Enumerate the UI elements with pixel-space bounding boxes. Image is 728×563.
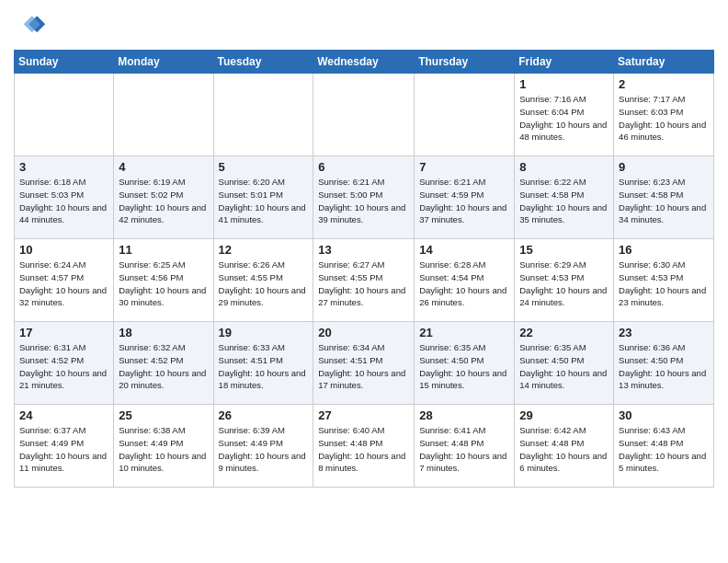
calendar-row-1: 3 Sunrise: 6:18 AM Sunset: 5:03 PM Dayli… [15,156,714,239]
sunset-label: Sunset: 6:03 PM [619,107,683,117]
daylight-label: Daylight: 10 hours and 30 minutes. [119,285,206,308]
day-number: 21 [419,326,509,339]
weekday-header-friday: Friday [515,51,614,74]
sunrise-label: Sunrise: 6:36 AM [619,342,685,352]
daylight-label: Daylight: 10 hours and 15 minutes. [419,368,506,391]
sunset-label: Sunset: 4:52 PM [19,355,84,365]
sunrise-label: Sunrise: 6:42 AM [519,425,586,435]
day-number: 6 [318,160,409,174]
day-number: 2 [619,77,709,91]
sunrise-label: Sunrise: 6:34 AM [318,342,384,352]
day-number: 20 [318,326,409,339]
day-number: 3 [19,160,108,174]
sunrise-label: Sunrise: 6:31 AM [19,342,85,352]
daylight-label: Daylight: 10 hours and 18 minutes. [219,368,306,391]
sunrise-label: Sunrise: 6:37 AM [19,425,85,435]
day-info: Sunrise: 6:23 AM Sunset: 4:58 PM Dayligh… [619,176,709,226]
day-info: Sunrise: 6:20 AM Sunset: 5:01 PM Dayligh… [219,176,309,226]
daylight-label: Daylight: 10 hours and 34 minutes. [619,202,706,225]
daylight-label: Daylight: 10 hours and 7 minutes. [419,451,506,474]
calendar-cell [415,74,515,156]
sunset-label: Sunset: 4:50 PM [619,355,683,365]
sunset-label: Sunset: 4:59 PM [419,190,483,200]
sunset-label: Sunset: 4:51 PM [219,355,283,365]
daylight-label: Daylight: 10 hours and 10 minutes. [119,451,206,474]
day-info: Sunrise: 6:40 AM Sunset: 4:48 PM Dayligh… [318,424,409,475]
calendar-cell: 30 Sunrise: 6:43 AM Sunset: 4:48 PM Dayl… [614,405,714,488]
sunrise-label: Sunrise: 6:28 AM [419,259,485,270]
day-info: Sunrise: 6:42 AM Sunset: 4:48 PM Dayligh… [519,424,609,475]
sunset-label: Sunset: 4:55 PM [219,272,283,282]
sunset-label: Sunset: 4:48 PM [318,438,382,448]
calendar-row-4: 24 Sunrise: 6:37 AM Sunset: 4:49 PM Dayl… [15,405,714,488]
calendar-cell: 22 Sunrise: 6:35 AM Sunset: 4:50 PM Dayl… [515,322,614,405]
calendar-cell: 17 Sunrise: 6:31 AM Sunset: 4:52 PM Dayl… [15,322,114,405]
calendar-cell: 10 Sunrise: 6:24 AM Sunset: 4:57 PM Dayl… [15,239,114,322]
daylight-label: Daylight: 10 hours and 39 minutes. [318,202,405,225]
daylight-label: Daylight: 10 hours and 14 minutes. [519,368,607,391]
day-number: 23 [619,326,709,339]
day-info: Sunrise: 6:36 AM Sunset: 4:50 PM Dayligh… [619,341,709,392]
calendar-cell: 19 Sunrise: 6:33 AM Sunset: 4:51 PM Dayl… [213,322,313,405]
day-info: Sunrise: 6:39 AM Sunset: 4:49 PM Dayligh… [219,424,309,475]
daylight-label: Daylight: 10 hours and 9 minutes. [219,451,306,474]
day-number: 24 [19,408,108,422]
calendar-cell: 7 Sunrise: 6:21 AM Sunset: 4:59 PM Dayli… [415,156,515,239]
sunset-label: Sunset: 4:49 PM [219,438,283,448]
daylight-label: Daylight: 10 hours and 8 minutes. [318,451,405,474]
day-number: 4 [119,160,208,174]
daylight-label: Daylight: 10 hours and 37 minutes. [419,202,506,225]
calendar-cell: 11 Sunrise: 6:25 AM Sunset: 4:56 PM Dayl… [114,239,213,322]
sunrise-label: Sunrise: 6:24 AM [19,259,85,270]
sunrise-label: Sunrise: 6:19 AM [119,177,185,187]
daylight-label: Daylight: 10 hours and 44 minutes. [19,202,107,225]
day-number: 10 [19,243,108,257]
daylight-label: Daylight: 10 hours and 46 minutes. [619,120,706,143]
daylight-label: Daylight: 10 hours and 11 minutes. [19,451,107,474]
weekday-header-tuesday: Tuesday [213,51,313,74]
sunset-label: Sunset: 5:01 PM [219,190,283,200]
calendar-cell: 4 Sunrise: 6:19 AM Sunset: 5:02 PM Dayli… [114,156,213,239]
sunset-label: Sunset: 4:49 PM [119,438,183,448]
calendar-cell [114,74,213,156]
daylight-label: Daylight: 10 hours and 26 minutes. [419,285,506,308]
day-info: Sunrise: 7:17 AM Sunset: 6:03 PM Dayligh… [619,93,709,144]
day-info: Sunrise: 6:30 AM Sunset: 4:53 PM Dayligh… [619,259,709,309]
daylight-label: Daylight: 10 hours and 24 minutes. [519,285,607,308]
daylight-label: Daylight: 10 hours and 48 minutes. [519,120,607,143]
calendar-row-0: 1 Sunrise: 7:16 AM Sunset: 6:04 PM Dayli… [15,74,714,156]
day-number: 22 [519,326,609,339]
calendar-cell: 14 Sunrise: 6:28 AM Sunset: 4:54 PM Dayl… [415,239,515,322]
day-number: 13 [318,243,409,257]
daylight-label: Daylight: 10 hours and 42 minutes. [119,202,206,225]
calendar-cell: 3 Sunrise: 6:18 AM Sunset: 5:03 PM Dayli… [15,156,114,239]
sunset-label: Sunset: 4:51 PM [318,355,382,365]
day-info: Sunrise: 6:35 AM Sunset: 4:50 PM Dayligh… [519,341,609,392]
day-number: 18 [119,326,208,339]
sunrise-label: Sunrise: 6:22 AM [519,177,586,187]
calendar-cell: 28 Sunrise: 6:41 AM Sunset: 4:48 PM Dayl… [415,405,515,488]
weekday-header-row: SundayMondayTuesdayWednesdayThursdayFrid… [15,51,714,74]
calendar: SundayMondayTuesdayWednesdayThursdayFrid… [14,50,714,488]
day-number: 1 [519,77,609,91]
sunset-label: Sunset: 4:58 PM [619,190,683,200]
daylight-label: Daylight: 10 hours and 41 minutes. [219,202,306,225]
calendar-cell: 23 Sunrise: 6:36 AM Sunset: 4:50 PM Dayl… [614,322,714,405]
calendar-cell: 29 Sunrise: 6:42 AM Sunset: 4:48 PM Dayl… [515,405,614,488]
day-number: 8 [519,160,609,174]
day-number: 17 [19,326,108,339]
day-number: 11 [119,243,208,257]
day-info: Sunrise: 6:35 AM Sunset: 4:50 PM Dayligh… [419,341,509,392]
sunrise-label: Sunrise: 6:32 AM [119,342,185,352]
day-info: Sunrise: 6:34 AM Sunset: 4:51 PM Dayligh… [318,341,409,392]
sunrise-label: Sunrise: 6:29 AM [519,259,586,270]
daylight-label: Daylight: 10 hours and 29 minutes. [219,285,306,308]
day-info: Sunrise: 6:18 AM Sunset: 5:03 PM Dayligh… [19,176,108,226]
calendar-cell [213,74,313,156]
sunset-label: Sunset: 4:53 PM [619,272,683,282]
sunrise-label: Sunrise: 6:43 AM [619,425,685,435]
daylight-label: Daylight: 10 hours and 35 minutes. [519,202,607,225]
day-info: Sunrise: 6:33 AM Sunset: 4:51 PM Dayligh… [219,341,309,392]
day-info: Sunrise: 6:38 AM Sunset: 4:49 PM Dayligh… [119,424,208,475]
sunrise-label: Sunrise: 6:18 AM [19,177,85,187]
